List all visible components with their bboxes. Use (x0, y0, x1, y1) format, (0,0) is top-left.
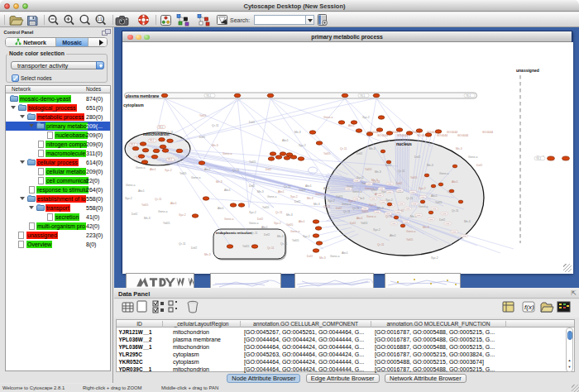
svg-text:Qr-11: Qr-11 (280, 242, 288, 246)
svg-text:Gene-a: Gene-a (468, 155, 477, 159)
svg-text:Def2: Def2 (396, 182, 402, 185)
svg-text:Abc1: Abc1 (452, 180, 458, 184)
svg-text:Abc1: Abc1 (323, 187, 330, 190)
svg-text:Def2: Def2 (307, 255, 313, 258)
svg-text:Ygl2: Ygl2 (416, 214, 421, 217)
svg-text:Qr-11: Qr-11 (212, 124, 219, 127)
svg-text:Ygl2: Ygl2 (362, 208, 367, 210)
svg-text:Qr-11: Qr-11 (398, 170, 405, 173)
svg-text:Gene-a: Gene-a (419, 205, 428, 208)
svg-text:Abc1: Abc1 (278, 190, 285, 194)
svg-text:Yol05: Yol05 (336, 195, 342, 198)
svg-text:Abc1: Abc1 (150, 168, 156, 171)
svg-text:Ygl2: Ygl2 (405, 208, 410, 210)
svg-text:Xyz-2: Xyz-2 (165, 169, 172, 172)
svg-text:Def2: Def2 (294, 200, 300, 203)
svg-text:Qr-11: Qr-11 (251, 232, 258, 235)
svg-text:Ygl2: Ygl2 (428, 218, 433, 221)
svg-text:nucleus: nucleus (396, 141, 412, 146)
svg-text:Def2: Def2 (476, 164, 482, 167)
svg-text:Ygl2: Ygl2 (462, 235, 467, 237)
svg-text:Def2: Def2 (414, 155, 420, 159)
svg-text:Xyz-2: Xyz-2 (125, 197, 132, 200)
svg-text:Mn-3: Mn-3 (204, 253, 211, 256)
svg-text:Mn-3: Mn-3 (464, 220, 471, 223)
svg-text:Abc1: Abc1 (218, 207, 224, 210)
svg-text:Abc1: Abc1 (204, 168, 211, 171)
svg-text:Abc1: Abc1 (282, 139, 289, 142)
svg-text:Yfl-1: Yfl-1 (360, 94, 366, 98)
svg-text:Gene-a: Gene-a (406, 230, 415, 233)
svg-text:Def2: Def2 (336, 207, 342, 210)
svg-text:Mn-3: Mn-3 (286, 213, 293, 217)
svg-text:Gene-a: Gene-a (191, 176, 200, 179)
svg-text:Abc1: Abc1 (224, 189, 231, 192)
svg-text:Mn-3: Mn-3 (313, 203, 320, 206)
svg-text:Abc1: Abc1 (356, 217, 363, 220)
svg-text:Qr-11: Qr-11 (323, 205, 331, 208)
svg-text:Ygl2: Ygl2 (385, 213, 390, 215)
svg-text:unassigned: unassigned (516, 68, 539, 73)
svg-text:Yfl-1: Yfl-1 (536, 157, 542, 160)
svg-text:Def2: Def2 (191, 246, 197, 250)
svg-text:Def2: Def2 (249, 121, 255, 124)
svg-text:Yol05: Yol05 (299, 189, 305, 192)
svg-text:Ygl2: Ygl2 (375, 211, 380, 213)
svg-text:Qr-11: Qr-11 (406, 197, 414, 200)
svg-text:cytoplasm: cytoplasm (123, 103, 144, 108)
svg-text:Gene-a: Gene-a (366, 215, 376, 218)
svg-text:Yol05: Yol05 (410, 176, 417, 179)
svg-text:Gene-a: Gene-a (223, 152, 232, 155)
svg-text:Mn-3: Mn-3 (294, 131, 301, 134)
svg-text:Qr-11: Qr-11 (166, 131, 174, 134)
svg-text:Mn-3: Mn-3 (257, 190, 264, 194)
svg-text:Abc1: Abc1 (138, 189, 145, 193)
svg-text:Xyz-2: Xyz-2 (328, 199, 335, 203)
svg-text:Mn-3: Mn-3 (371, 179, 378, 182)
svg-text:Def2: Def2 (350, 222, 356, 225)
svg-text:Ygl2: Ygl2 (387, 183, 392, 185)
svg-text:Gene-a: Gene-a (315, 193, 324, 196)
svg-text:Def2: Def2 (371, 189, 377, 192)
svg-text:GO:0044: GO:0044 (457, 134, 468, 137)
svg-text:Xyz-2: Xyz-2 (373, 228, 380, 232)
svg-text:Ygl2: Ygl2 (397, 189, 402, 192)
svg-text:Ygl2: Ygl2 (452, 231, 457, 233)
svg-text:Ygl2: Ygl2 (412, 203, 417, 205)
svg-text:Gene-a: Gene-a (330, 255, 339, 258)
svg-text:Def2: Def2 (385, 164, 391, 167)
svg-text:Abc1: Abc1 (390, 234, 396, 237)
svg-text:Gene-a: Gene-a (224, 218, 233, 221)
svg-text:Qr-11: Qr-11 (275, 211, 283, 214)
svg-text:Yol05: Yol05 (242, 245, 249, 248)
svg-text:Yol05: Yol05 (435, 201, 442, 204)
svg-text:Yol05: Yol05 (262, 206, 269, 209)
svg-text:Abc1: Abc1 (305, 184, 312, 188)
svg-text:Yfl-1: Yfl-1 (159, 126, 164, 129)
svg-text:mitochondrion: mitochondrion (143, 132, 170, 136)
svg-text:Yol05: Yol05 (361, 222, 367, 225)
svg-text:Mn-3: Mn-3 (216, 180, 223, 184)
svg-text:Mn-3: Mn-3 (307, 197, 313, 200)
svg-text:Qr-11: Qr-11 (155, 198, 162, 201)
svg-text:Mn-3: Mn-3 (427, 164, 433, 167)
svg-text:Gene-a: Gene-a (158, 210, 167, 213)
svg-text:Yol05: Yol05 (199, 114, 206, 117)
svg-text:Qr-11: Qr-11 (267, 246, 275, 250)
svg-text:Xyz-2: Xyz-2 (362, 116, 370, 119)
svg-text:Xyz-2: Xyz-2 (431, 256, 438, 260)
svg-text:Gene-a: Gene-a (267, 195, 276, 198)
svg-text:Def2: Def2 (132, 213, 137, 216)
svg-text:Ygl2: Ygl2 (391, 222, 396, 225)
svg-text:Ygl2: Ygl2 (410, 191, 415, 194)
svg-text:Gene-a: Gene-a (323, 116, 333, 119)
svg-text:Yfl-1: Yfl-1 (168, 158, 173, 161)
svg-text:Qr-11: Qr-11 (452, 209, 459, 213)
svg-text:Def2: Def2 (264, 233, 270, 237)
svg-text:Ygl2: Ygl2 (420, 196, 425, 198)
svg-text:Xyz-2: Xyz-2 (299, 144, 306, 147)
svg-text:Mn-3: Mn-3 (375, 170, 381, 174)
svg-text:Abc1: Abc1 (261, 226, 268, 229)
svg-text:Qr-11: Qr-11 (284, 185, 291, 189)
svg-text:Ygl2: Ygl2 (371, 198, 376, 200)
